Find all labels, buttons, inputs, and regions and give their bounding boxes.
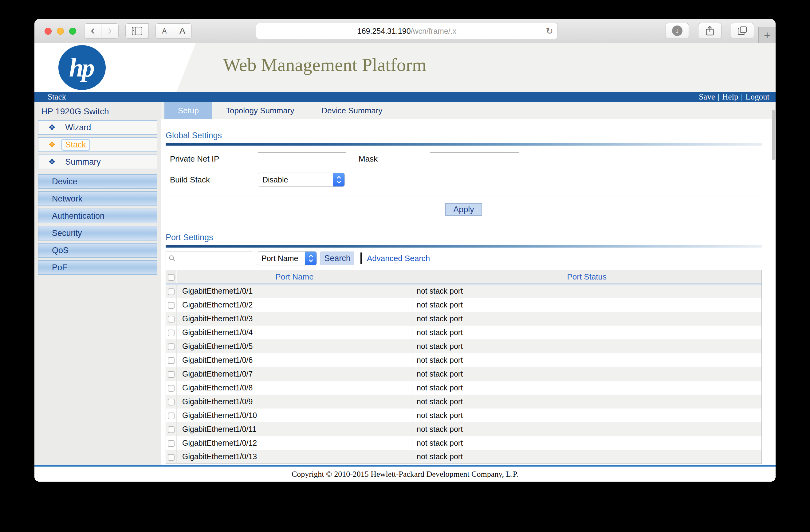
history-nav-group: ‹ › [84,23,119,39]
apply-button[interactable]: Apply [445,203,482,216]
sidebar-category-item[interactable]: Network [38,192,157,206]
chevron-down-icon [308,259,313,262]
table-row: GigabitEthernet1/0/6 not stack port [166,353,762,367]
port-name-cell: GigabitEthernet1/0/2 [177,298,412,312]
sidebar-expand-item[interactable]: ❖ Summary [38,154,157,169]
downloads-button[interactable]: ↓ [666,23,689,38]
sidebar-expand-item[interactable]: ❖ Wizard [38,120,157,135]
row-checkbox-cell [166,422,177,436]
row-checkbox[interactable] [168,288,175,295]
build-stack-select[interactable]: Disable [258,172,345,187]
row-checkbox[interactable] [168,357,175,364]
close-button[interactable] [45,28,52,35]
port-name-cell: GigabitEthernet1/0/7 [177,367,412,381]
tab[interactable]: Device Summary [308,102,396,119]
port-status-cell: not stack port [412,422,762,436]
port-name-cell: GigabitEthernet1/0/1 [177,284,412,298]
port-name-cell: GigabitEthernet1/0/12 [177,436,412,450]
row-checkbox[interactable] [168,440,175,447]
forward-button[interactable]: › [101,23,119,39]
mask-field[interactable] [430,152,519,165]
tab-label: Topology Summary [226,106,294,116]
sidebar-category-item[interactable]: Device [38,174,157,189]
sidebar-toggle-button[interactable] [125,23,149,39]
decrease-font-button[interactable]: A [156,23,173,39]
chevron-up-icon [308,255,313,257]
sidebar-expand-item[interactable]: ❖ Stack [38,137,157,152]
sidebar-category-item[interactable]: Authentication [38,209,157,223]
row-checkbox[interactable] [168,330,175,336]
port-name-cell: GigabitEthernet1/0/8 [177,381,412,395]
mask-label: Mask [354,154,430,164]
search-input[interactable] [166,252,252,265]
port-search-row: Port Name Search Advanced Search [166,251,762,265]
section-divider-bar [166,143,762,146]
row-checkbox-cell [166,450,177,464]
port-table: Port Name Port Status GigabitEthernet1/0… [166,270,762,464]
sidebar-category-item[interactable]: QoS [38,243,157,258]
back-button[interactable]: ‹ [84,23,101,39]
row-checkbox[interactable] [168,371,175,378]
search-filter-select[interactable]: Port Name [257,251,317,265]
tab-label: Device Summary [322,106,383,116]
navbar-link[interactable]: Save [699,92,715,102]
column-header-port-name: Port Name [177,270,412,284]
navbar-link-group: Save | [699,92,722,102]
font-size-group: A A [156,23,192,39]
table-row: GigabitEthernet1/0/4 not stack port [166,326,762,339]
increase-font-button[interactable]: A [173,23,192,39]
sidebar-category-item[interactable]: Security [38,226,157,240]
reload-button[interactable]: ↻ [546,26,553,36]
row-checkbox[interactable] [168,426,175,433]
private-net-ip-field[interactable] [258,152,346,165]
row-checkbox-cell [166,436,177,450]
row-checkbox[interactable] [168,399,175,405]
global-settings-heading: Global Settings [166,131,762,140]
tab[interactable]: Topology Summary [212,102,308,119]
sidebar: HP 1920G Switch ❖ Wizard ❖ Stack [34,102,161,465]
traffic-lights [45,28,76,35]
tabs-overview-icon [738,27,747,35]
minimize-button[interactable] [57,28,64,35]
build-stack-label: Build Stack [166,175,258,185]
hp-logo-text: hp [69,53,93,83]
global-settings-row-1: Private Net IP Mask [166,152,762,165]
share-button[interactable] [698,23,722,38]
select-all-checkbox[interactable] [168,274,175,281]
row-checkbox-cell [166,284,177,298]
url-host: 169.254.31.190 [357,27,411,36]
chevron-down-icon [337,181,341,183]
copyright-text: Copyright © 2010-2015 Hewlett-Packard De… [292,470,518,479]
port-status-cell: not stack port [412,298,762,312]
row-checkbox[interactable] [168,302,175,309]
search-filter-value: Port Name [257,252,305,265]
navbar-link[interactable]: Help [722,92,738,102]
hp-logo: hp [59,45,106,90]
advanced-search-link[interactable]: Advanced Search [367,254,430,263]
row-checkbox[interactable] [168,316,175,322]
navbar-link-group: Logout | [745,92,770,102]
table-row: GigabitEthernet1/0/7 not stack port [166,367,762,381]
address-bar[interactable]: 169.254.31.190/wcn/frame/.x ↻ [256,23,558,39]
navbar-link[interactable]: Logout [745,92,770,102]
toolbar-right-buttons: ↓ [666,23,754,38]
tab[interactable]: Setup [164,102,212,119]
port-name-cell: GigabitEthernet1/0/5 [177,339,412,353]
top-navbar: Stack Save | Help | Logout | [34,92,776,102]
port-table-header: Port Name Port Status [166,270,762,284]
row-checkbox[interactable] [168,385,175,392]
search-button[interactable]: Search [321,252,354,265]
sidebar-panel-icon [132,27,142,35]
scrollbar-thumb[interactable] [772,110,775,160]
sidebar-category-label: Network [52,194,82,204]
show-all-tabs-button[interactable] [731,23,754,38]
port-status-cell: not stack port [412,353,762,367]
row-checkbox[interactable] [168,454,175,461]
sidebar-category-item[interactable]: PoE [38,260,157,275]
row-checkbox[interactable] [168,413,175,419]
row-checkbox[interactable] [168,344,175,350]
zoom-button[interactable] [69,28,76,35]
row-checkbox-cell [166,326,177,339]
new-tab-button[interactable]: + [758,27,776,43]
table-row: GigabitEthernet1/0/3 not stack port [166,312,762,326]
